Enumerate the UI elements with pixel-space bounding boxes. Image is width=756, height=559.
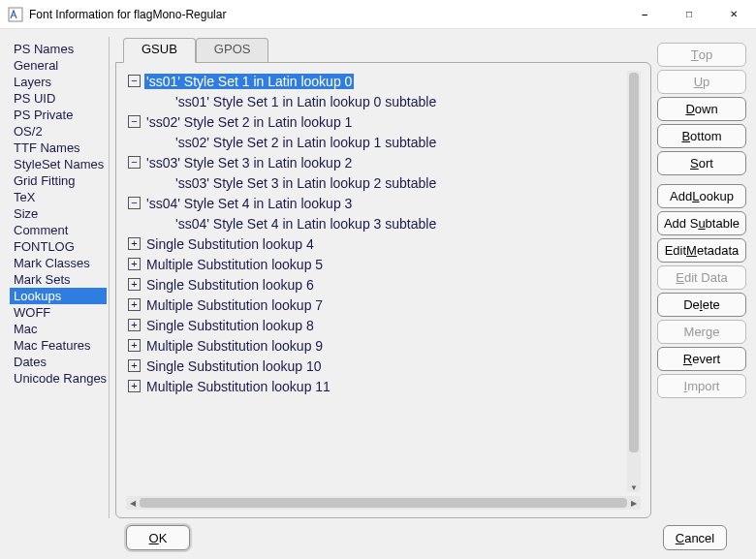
- edit-data-button[interactable]: Edit Data: [657, 265, 746, 290]
- lookup-tree-wrap: −'ss01' Style Set 1 in Latin lookup 0'ss…: [122, 71, 645, 492]
- tree-row-label: 'ss01' Style Set 1 in Latin lookup 0 sub…: [173, 94, 438, 109]
- up-button[interactable]: Up: [657, 70, 746, 94]
- sidebar-item[interactable]: Layers: [10, 74, 107, 90]
- sidebar-item[interactable]: PS Names: [10, 41, 107, 57]
- expand-icon[interactable]: +: [128, 237, 141, 250]
- tab-gpos[interactable]: GPOS: [196, 38, 269, 63]
- scroll-left-icon[interactable]: ◀: [126, 496, 140, 510]
- sidebar-item[interactable]: WOFF: [10, 304, 107, 321]
- sidebar-item[interactable]: PS UID: [10, 90, 107, 107]
- tree-row-label: Single Substitution lookup 4: [144, 236, 316, 252]
- tree-row[interactable]: +Multiple Substitution lookup 9: [126, 335, 623, 356]
- sidebar-item[interactable]: Unicode Ranges: [10, 370, 107, 387]
- window-controls: ‒ □ ✕: [622, 0, 756, 28]
- sidebar-item[interactable]: Dates: [10, 354, 107, 370]
- sidebar-item[interactable]: Comment: [10, 222, 107, 238]
- horizontal-scrollbar[interactable]: ◀ ▶: [126, 496, 641, 510]
- sidebar-item[interactable]: TTF Names: [10, 140, 107, 156]
- maximize-button[interactable]: □: [667, 0, 711, 28]
- merge-button[interactable]: Merge: [657, 320, 746, 344]
- top-button[interactable]: Top: [657, 43, 746, 67]
- expand-icon[interactable]: +: [128, 359, 141, 372]
- app-icon: [8, 7, 23, 22]
- expand-icon[interactable]: +: [128, 319, 141, 331]
- sidebar-item[interactable]: FONTLOG: [10, 238, 107, 255]
- sidebar-item[interactable]: Mark Classes: [10, 255, 107, 271]
- tree-row[interactable]: −'ss04' Style Set 4 in Latin lookup 3: [126, 193, 623, 213]
- expand-icon[interactable]: +: [128, 258, 141, 270]
- sidebar-item[interactable]: Size: [10, 205, 107, 222]
- revert-button[interactable]: Revert: [657, 347, 746, 371]
- footer: OK Cancel: [0, 518, 756, 557]
- tree-row-label: Multiple Substitution lookup 7: [144, 297, 325, 313]
- tree-row[interactable]: 'ss02' Style Set 2 in Latin lookup 1 sub…: [126, 132, 623, 152]
- tree-row[interactable]: +Multiple Substitution lookup 11: [126, 376, 623, 396]
- tree-row[interactable]: +Single Substitution lookup 10: [126, 356, 623, 376]
- scroll-down-icon[interactable]: ▼: [627, 481, 641, 492]
- hscroll-thumb[interactable]: [140, 498, 627, 508]
- tree-row-label: Single Substitution lookup 6: [144, 277, 316, 293]
- tabs: GSUBGPOS: [123, 37, 651, 62]
- sidebar-item[interactable]: Mac Features: [10, 337, 107, 354]
- tree-row-label: Multiple Substitution lookup 5: [144, 257, 325, 272]
- sidebar-item[interactable]: PS Private: [10, 107, 107, 123]
- titlebar: Font Information for flagMono-Regular ‒ …: [0, 0, 756, 29]
- tab-panel: −'ss01' Style Set 1 in Latin lookup 0'ss…: [115, 62, 651, 518]
- tree-row-label: 'ss02' Style Set 2 in Latin lookup 1 sub…: [173, 135, 438, 150]
- expand-icon[interactable]: +: [128, 380, 141, 392]
- add-lookup-button[interactable]: Add Lookup: [657, 184, 746, 208]
- tree-row-label: Single Substitution lookup 10: [144, 358, 324, 374]
- tree-row-label: 'ss04' Style Set 4 in Latin lookup 3 sub…: [173, 216, 438, 232]
- expand-icon[interactable]: +: [128, 278, 141, 291]
- close-button[interactable]: ✕: [711, 0, 756, 28]
- vscroll-thumb[interactable]: [629, 73, 639, 452]
- tree-row-label: 'ss02' Style Set 2 in Latin lookup 1: [144, 114, 354, 130]
- collapse-icon[interactable]: −: [128, 75, 141, 87]
- sidebar: PS NamesGeneralLayersPS UIDPS PrivateOS/…: [10, 37, 107, 518]
- tree-row[interactable]: −'ss03' Style Set 3 in Latin lookup 2: [126, 152, 623, 172]
- expand-icon[interactable]: +: [128, 298, 141, 311]
- sidebar-item[interactable]: Grid Fitting: [10, 172, 107, 189]
- window-title: Font Information for flagMono-Regular: [29, 8, 622, 21]
- collapse-icon[interactable]: −: [128, 115, 141, 128]
- edit-metadata-button[interactable]: Edit Metadata: [657, 238, 746, 263]
- tree-row[interactable]: 'ss04' Style Set 4 in Latin lookup 3 sub…: [126, 213, 623, 233]
- collapse-icon[interactable]: −: [128, 156, 141, 169]
- sidebar-item[interactable]: General: [10, 57, 107, 74]
- tree-row[interactable]: +Multiple Substitution lookup 5: [126, 254, 623, 274]
- tree-row[interactable]: 'ss03' Style Set 3 in Latin lookup 2 sub…: [126, 172, 623, 193]
- sidebar-item[interactable]: TeX: [10, 189, 107, 205]
- collapse-icon[interactable]: −: [128, 197, 141, 209]
- cancel-button[interactable]: Cancel: [663, 525, 727, 550]
- tree-row[interactable]: −'ss01' Style Set 1 in Latin lookup 0: [126, 71, 623, 91]
- ok-button[interactable]: OK: [126, 525, 190, 550]
- import-button[interactable]: Import: [657, 374, 746, 398]
- right-button-column: Top Up Down Bottom Sort Add Lookup Add S…: [651, 37, 746, 518]
- tree-row[interactable]: +Multiple Substitution lookup 7: [126, 295, 623, 315]
- tree-row[interactable]: +Single Substitution lookup 6: [126, 274, 623, 295]
- sidebar-separator: [109, 37, 110, 518]
- add-subtable-button[interactable]: Add Subtable: [657, 211, 746, 235]
- sort-button[interactable]: Sort: [657, 151, 746, 175]
- lookup-tree[interactable]: −'ss01' Style Set 1 in Latin lookup 0'ss…: [126, 71, 623, 492]
- tree-row-label: 'ss03' Style Set 3 in Latin lookup 2: [144, 155, 354, 171]
- delete-button[interactable]: Delete: [657, 293, 746, 317]
- tree-row[interactable]: 'ss01' Style Set 1 in Latin lookup 0 sub…: [126, 91, 623, 111]
- scroll-right-icon[interactable]: ▶: [627, 496, 641, 510]
- sidebar-item[interactable]: Lookups: [10, 288, 107, 304]
- down-button[interactable]: Down: [657, 97, 746, 121]
- tree-row[interactable]: +Single Substitution lookup 8: [126, 315, 623, 335]
- sidebar-item[interactable]: OS/2: [10, 123, 107, 140]
- bottom-button[interactable]: Bottom: [657, 124, 746, 148]
- tree-row-label: Multiple Substitution lookup 11: [144, 379, 332, 394]
- sidebar-item[interactable]: StyleSet Names: [10, 156, 107, 172]
- sidebar-item[interactable]: Mark Sets: [10, 271, 107, 288]
- expand-icon[interactable]: +: [128, 339, 141, 352]
- main-panel: GSUBGPOS −'ss01' Style Set 1 in Latin lo…: [115, 37, 651, 518]
- minimize-button[interactable]: ‒: [622, 0, 667, 28]
- tree-row[interactable]: −'ss02' Style Set 2 in Latin lookup 1: [126, 111, 623, 132]
- vertical-scrollbar[interactable]: ▲ ▼: [627, 71, 641, 492]
- sidebar-item[interactable]: Mac: [10, 321, 107, 337]
- tab-gsub[interactable]: GSUB: [123, 38, 196, 63]
- tree-row[interactable]: +Single Substitution lookup 4: [126, 233, 623, 254]
